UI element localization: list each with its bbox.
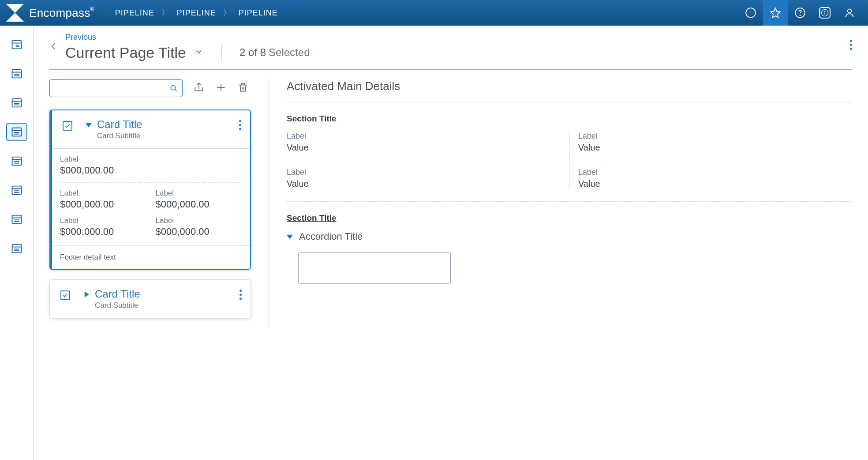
breadcrumb-item[interactable]: PIPELINE (177, 8, 216, 18)
svg-point-6 (848, 9, 852, 13)
search-input[interactable] (49, 79, 183, 97)
rail-item[interactable] (7, 211, 26, 228)
field-value: $000,000.00 (60, 165, 242, 176)
section-title: Section Title (287, 213, 852, 223)
svg-marker-39 (86, 123, 92, 128)
divider (106, 6, 106, 20)
svg-point-33 (171, 85, 176, 90)
field-value: Value (287, 143, 561, 153)
header-actions (738, 0, 862, 26)
app-logo[interactable]: Encompass® (6, 4, 94, 22)
card-subtitle: Card Subtitle (95, 301, 140, 310)
rail-item[interactable] (7, 153, 26, 170)
svg-point-0 (746, 8, 756, 18)
card-footer: Footer detail text (52, 245, 250, 269)
rail-item[interactable] (7, 36, 26, 53)
breadcrumb-item[interactable]: PIPELINE (239, 8, 278, 18)
chevron-right-icon: 〉 (161, 8, 170, 18)
title-dropdown[interactable] (194, 47, 204, 58)
delete-button[interactable] (237, 82, 249, 95)
circle-icon[interactable] (738, 0, 763, 26)
nav-rail (0, 26, 34, 460)
svg-rect-24 (12, 186, 21, 195)
search-field[interactable] (54, 84, 170, 93)
rail-item-active[interactable] (7, 124, 26, 140)
field-value: $000,000.00 (60, 199, 147, 210)
export-button[interactable] (193, 82, 205, 95)
card-menu-button[interactable] (239, 120, 241, 130)
card-subtitle: Card Subtitle (97, 132, 142, 140)
previous-link[interactable]: Previous (65, 33, 310, 42)
collapse-toggle[interactable] (86, 122, 92, 130)
rail-item[interactable] (7, 94, 26, 111)
details-panel: Activated Main Details Section Title Lab… (287, 79, 852, 328)
card-checkbox[interactable] (63, 121, 72, 131)
card-title: Card Title (97, 118, 142, 131)
card-menu-button[interactable] (239, 290, 242, 300)
divider (287, 102, 852, 102)
svg-rect-18 (12, 128, 21, 136)
svg-rect-7 (12, 41, 21, 49)
accordion-toggle[interactable]: Accordion Title (287, 231, 852, 242)
svg-point-5 (825, 11, 825, 11)
field-label: Label (60, 189, 147, 198)
svg-rect-27 (12, 215, 21, 224)
field-label: Label (578, 168, 852, 177)
field-label: Label (578, 132, 852, 141)
card-title: Card Title (95, 288, 140, 300)
list-card[interactable]: Card Title Card Subtitle Label $000,000.… (49, 109, 251, 270)
page-menu-button[interactable] (850, 40, 852, 50)
divider (221, 44, 222, 61)
app-header: Encompass® PIPELINE 〉 PIPELINE 〉 PIPELIN… (0, 0, 868, 26)
page-title: Current Page Title (65, 44, 186, 61)
svg-rect-21 (12, 157, 21, 166)
rail-item[interactable] (7, 65, 26, 82)
field-value: Value (287, 179, 561, 189)
svg-rect-30 (12, 245, 21, 253)
rail-item[interactable] (7, 182, 26, 199)
field-label: Label (156, 216, 243, 225)
svg-marker-41 (287, 235, 293, 239)
field-value: $000,000.00 (156, 199, 243, 210)
card-checkbox[interactable] (60, 290, 70, 300)
divider (60, 182, 242, 183)
accordion-title: Accordion Title (299, 231, 363, 242)
svg-line-34 (175, 89, 177, 91)
search-icon (170, 84, 178, 92)
section-title: Section Title (287, 114, 852, 124)
svg-rect-12 (12, 70, 21, 78)
field-value: $000,000.00 (156, 226, 243, 238)
chevron-right-icon: 〉 (223, 8, 232, 18)
field-label: Label (156, 189, 243, 198)
add-button[interactable] (215, 82, 227, 95)
logo-icon (6, 4, 24, 22)
list-card[interactable]: Card Title Card Subtitle (49, 279, 251, 318)
field-label: Label (287, 168, 561, 177)
breadcrumb: PIPELINE 〉 PIPELINE 〉 PIPELINE (115, 8, 278, 18)
field-value: $000,000.00 (60, 226, 147, 238)
field-value: Value (578, 179, 852, 189)
rail-item[interactable] (7, 240, 26, 257)
divider (287, 201, 852, 202)
svg-rect-15 (12, 99, 21, 107)
info-icon[interactable] (812, 0, 837, 26)
field-label: Label (287, 132, 561, 141)
app-name: Encompass® (29, 6, 94, 20)
svg-marker-40 (85, 291, 89, 298)
details-title: Activated Main Details (287, 79, 852, 93)
field-label: Label (60, 155, 242, 164)
star-icon[interactable] (763, 0, 788, 26)
field-value: Value (578, 143, 852, 153)
breadcrumb-item[interactable]: PIPELINE (115, 8, 154, 18)
help-icon[interactable] (788, 0, 812, 26)
selection-count: 2 of 8Selected (239, 46, 310, 59)
expand-toggle[interactable] (83, 291, 90, 299)
svg-point-2 (800, 15, 800, 15)
user-icon[interactable] (837, 0, 862, 26)
accordion-input[interactable] (298, 252, 451, 284)
back-button[interactable] (49, 40, 58, 55)
field-label: Label (60, 216, 147, 225)
page-header: Previous Current Page Title 2 of 8Select… (49, 33, 852, 70)
chevron-down-icon (287, 234, 293, 240)
